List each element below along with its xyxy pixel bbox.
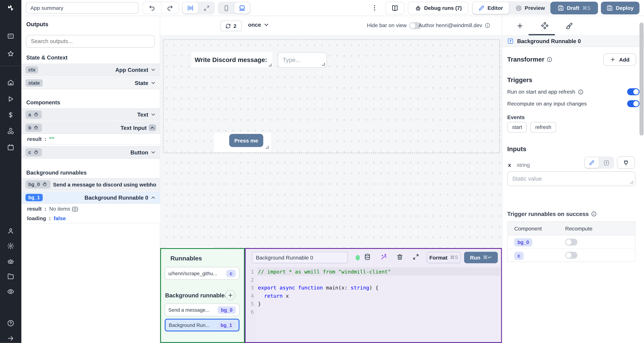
expr-mode-button[interactable] [599,157,613,168]
delete-trash-icon[interactable] [396,254,404,260]
runnable-item-c[interactable]: u/henri/scrape_githu... c [165,267,240,280]
add-label: Add [619,56,630,62]
trigger-success-title: Trigger runnables on success [507,211,597,217]
windmill-app-editor: Debug runs (7) Editor Preview Draft ⌘S D… [0,0,644,343]
debug-runs-button[interactable]: Debug runs (7) [408,2,469,14]
info-icon[interactable] [578,89,584,95]
plus-icon [610,57,616,62]
resize-handle[interactable] [269,64,272,66]
button-widget-c[interactable]: Press me [214,133,271,152]
runs-play-icon[interactable] [7,95,14,103]
press-me-button[interactable]: Press me [229,134,263,147]
folders-icon[interactable] [7,273,14,280]
output-row-state[interactable]: state State [21,77,160,89]
resize-handle[interactable] [322,63,325,66]
output-row-c[interactable]: c Button [21,146,160,158]
app-summary-input[interactable] [26,2,139,14]
format-button[interactable]: Format ⌘S [427,252,461,263]
row-badge: c [514,252,524,260]
chevron-up-icon[interactable] [150,125,155,131]
search-outputs-input[interactable] [26,35,155,48]
output-row-bg0[interactable]: bg_0 Send a message to discord using web… [21,178,160,191]
paintbrush-icon [566,22,573,29]
chevron-up-icon[interactable] [150,195,156,200]
runnable-name-input[interactable] [252,252,348,263]
ai-wand-icon[interactable] [380,254,387,260]
help-icon[interactable] [7,320,14,327]
add-background-runnable-button[interactable] [225,290,236,300]
tab-component-settings[interactable] [532,16,558,35]
recompute-row: Recompute on any input changes [507,100,640,107]
deploy-button[interactable]: Deploy [601,2,640,14]
background-runnables-title: Background runnables [26,170,86,176]
output-row-ctx[interactable]: ctx App Context [21,64,160,76]
resize-handle[interactable] [266,146,269,148]
database-icon[interactable] [364,254,371,260]
pencil-icon [589,160,595,166]
code-editor[interactable]: 123456 // import * as wmill from "windmi… [246,266,501,342]
output-row-a[interactable]: a Text [21,108,160,121]
mobile-view-button[interactable] [218,2,234,14]
output-row-bg1[interactable]: bg_1 Background Runnable 0 [21,192,160,204]
app-canvas[interactable]: Write Discord message: Type... Press me … [160,36,502,248]
home-icon[interactable] [7,79,14,86]
draft-button[interactable]: Draft ⌘S [550,2,598,14]
kebab-menu-icon[interactable] [371,4,378,12]
refresh-count-button[interactable]: 2 [220,20,242,31]
runnable-item-bg0[interactable]: Send a message... bg_0 [165,304,240,316]
collapse-arrow-icon[interactable] [7,335,14,342]
fullscreen-canvas-button[interactable] [199,2,214,14]
tab-styling[interactable] [556,16,582,35]
panel-scrollbar[interactable] [640,23,644,136]
schedules-calendar-icon[interactable] [7,144,14,151]
audit-eye-icon[interactable] [7,288,14,295]
info-icon[interactable] [485,22,490,28]
align-center-button[interactable] [183,2,198,14]
chevron-down-icon[interactable] [150,67,156,73]
docs-book-button[interactable] [385,2,404,14]
output-row-b[interactable]: b Text Input [21,122,160,134]
static-value-input[interactable]: Static value [507,171,636,186]
chevron-down-icon[interactable] [150,112,156,118]
apps-icon[interactable] [7,32,14,40]
desktop-view-button[interactable] [234,2,250,14]
user-icon[interactable] [7,227,14,235]
variables-dollar-icon[interactable] [7,111,14,119]
tab-add-component[interactable] [507,16,533,35]
a-type-label: Text [137,112,148,118]
textarea-resize-handle[interactable] [630,181,633,184]
code-content[interactable]: // import * as wmill from "windmill-clie… [258,266,501,342]
runnable-item-bg1-selected[interactable]: Background Run... bg_1 [165,319,240,331]
settings-gear-icon[interactable] [7,242,14,250]
undo-button[interactable] [143,2,161,14]
tab-editor[interactable]: Editor [473,2,509,14]
info-icon[interactable] [547,57,552,62]
selected-tab-underline [528,34,555,35]
text-input-widget-b[interactable]: Type... [278,52,327,68]
chevron-down-icon[interactable] [150,80,156,86]
ctx-type-label: App Context [115,67,148,73]
refresh-mode-select[interactable]: once [248,22,269,28]
chevron-down-icon[interactable] [150,150,156,155]
connect-plug-button[interactable] [617,156,635,169]
recompute-toggle-c[interactable] [565,252,578,259]
run-on-start-toggle[interactable] [627,88,640,95]
run-label: Run [470,254,480,260]
plus-icon [516,22,524,29]
text-widget-a[interactable]: Write Discord message: [192,52,272,68]
windmill-logo-icon[interactable] [7,4,14,12]
redo-button[interactable] [161,2,179,14]
run-button[interactable]: Run ⌘↵ [464,252,498,263]
bg-runnables-subtitle: Background runnables [165,292,235,298]
tab-preview[interactable]: Preview [510,2,551,14]
workers-robot-icon[interactable] [7,258,14,265]
resources-boxes-icon[interactable] [7,127,14,135]
recompute-toggle-bg0[interactable] [565,238,578,245]
info-icon[interactable] [591,211,597,217]
recompute-toggle[interactable] [627,100,640,107]
add-transformer-button[interactable]: Add [603,53,636,66]
static-mode-button[interactable] [585,157,599,168]
runnable-editor-panel: Format ⌘S Run ⌘↵ 123456 // import * as w… [245,248,502,343]
expand-editor-icon[interactable] [412,254,419,260]
favorites-star-icon[interactable] [7,50,14,58]
